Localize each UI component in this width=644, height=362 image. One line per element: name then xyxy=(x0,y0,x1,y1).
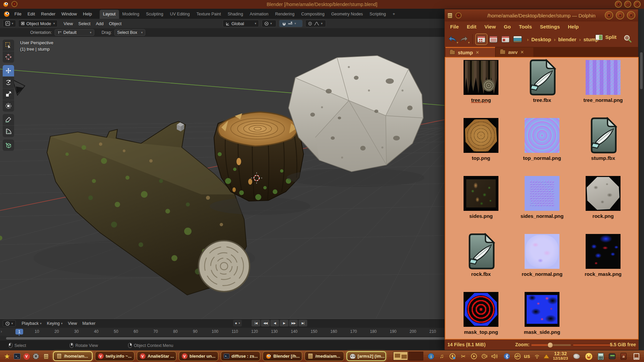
dolphin-menu-edit[interactable]: Edit xyxy=(463,22,480,31)
proportional-editing-controls[interactable]: ▾ xyxy=(305,20,326,27)
editor-type-button[interactable]: ▾ xyxy=(3,20,16,27)
dolphin-titlebar[interactable]: /home/amalie/Desktop/blender/stump — Dol… xyxy=(445,9,638,21)
file-sides-normal-png[interactable]: sides_normal.png xyxy=(512,176,573,233)
vivaldi-launcher-icon[interactable]: V xyxy=(22,352,31,361)
timeline-editor-type-button[interactable]: ▾ xyxy=(3,320,16,327)
workspace-tab-texture-paint[interactable]: Texture Paint xyxy=(193,10,224,19)
next-keyframe-button[interactable]: ▶▶ xyxy=(289,320,298,326)
tray-clipboard-scissors-icon[interactable]: ✂ xyxy=(459,352,468,361)
file-sides-png[interactable]: sides.png xyxy=(450,176,512,233)
file-cabinet-launcher-icon[interactable] xyxy=(42,352,50,361)
workspace-tab-animation[interactable]: Animation xyxy=(247,10,272,19)
file-mask-top-png[interactable]: mask_top.png xyxy=(450,292,512,340)
tray-smiley-icon[interactable] xyxy=(584,352,593,361)
tool-transform[interactable] xyxy=(3,100,14,112)
dolphin-maximize-button[interactable]: + xyxy=(616,11,624,19)
workspace-add-button[interactable]: + xyxy=(389,10,398,19)
file-tree-fbx[interactable]: tree.fbx xyxy=(512,60,573,117)
terminal-launcher-icon[interactable]: >_ xyxy=(13,352,21,361)
menu-edit[interactable]: Edit xyxy=(24,10,38,18)
tray-music-icon[interactable]: ♫ xyxy=(437,352,446,361)
tool-move[interactable] xyxy=(3,65,14,76)
tool-add-cube[interactable] xyxy=(3,139,14,151)
tab-close-icon[interactable]: ✕ xyxy=(520,50,524,55)
task-terminal-diffuse[interactable]: >_ diffuse : zs... xyxy=(221,351,260,361)
tool-measure[interactable] xyxy=(3,126,14,137)
previous-keyframe-button[interactable]: ◀◀ xyxy=(261,320,270,326)
file-top-png[interactable]: top.png xyxy=(450,118,512,175)
drag-dropdown[interactable]: Select Box ▾ xyxy=(114,29,145,36)
task-browser-twily[interactable]: V twily.info ~... xyxy=(95,351,135,361)
workspace-tab-geometry-nodes[interactable]: Geometry Nodes xyxy=(328,10,366,19)
task-dolphin-media[interactable]: /media/am... xyxy=(305,351,344,361)
tray-warning-triangle-icon[interactable] xyxy=(542,352,551,361)
workspace-tab-compositing[interactable]: Compositing xyxy=(298,10,328,19)
tab-close-icon[interactable]: ✕ xyxy=(476,50,479,55)
dolphin-menu-go[interactable]: Go xyxy=(500,22,515,31)
jump-to-end-button[interactable]: ▶| xyxy=(299,320,307,326)
media-wheel-icon[interactable] xyxy=(32,352,40,361)
tray-volume-icon[interactable] xyxy=(490,352,499,361)
workspace-tab-rendering[interactable]: Rendering xyxy=(272,10,298,19)
task-browser-analiestar[interactable]: V AnalieStar ... xyxy=(137,351,176,361)
tray-usb-icon[interactable] xyxy=(513,352,522,361)
viewport-menu-select[interactable]: Select xyxy=(75,20,93,27)
workspace-tab-shading[interactable]: Shading xyxy=(224,10,247,19)
desktop-1-cell[interactable] xyxy=(393,352,408,360)
menu-render[interactable]: Render xyxy=(38,10,58,18)
orientation-dropdown[interactable]: Default ▾ xyxy=(55,29,94,36)
workspace-tab-uv-editing[interactable]: UV Editing xyxy=(167,10,193,19)
dolphin-menu-tools[interactable]: Tools xyxy=(515,22,536,31)
compact-view-button[interactable] xyxy=(487,34,499,45)
timeline-menu-playback[interactable]: Playback▾ xyxy=(19,320,44,327)
file-top-normal-png[interactable]: top_normal.png xyxy=(512,118,573,175)
details-view-button[interactable] xyxy=(499,34,512,45)
tray-night-color-icon[interactable] xyxy=(480,352,489,361)
file-rock-mask-png[interactable]: rock_mask.png xyxy=(573,234,634,291)
jump-to-start-button[interactable]: |◀ xyxy=(252,320,260,326)
search-button[interactable] xyxy=(623,34,632,43)
workspace-tab-sculpting[interactable]: Sculpting xyxy=(143,10,166,19)
tray-amarok-icon[interactable]: a xyxy=(619,352,628,361)
timeline-menu-view[interactable]: View xyxy=(65,320,80,327)
back-button[interactable]: ▾ xyxy=(447,34,458,44)
current-frame-indicator[interactable]: 1 xyxy=(15,329,23,335)
mode-dropdown[interactable]: Object Mode ▾ xyxy=(18,20,58,27)
menu-window[interactable]: Window xyxy=(58,10,80,18)
task-browser-blender-docs[interactable]: V blender un... xyxy=(179,351,218,361)
viewport-menu-object[interactable]: Object xyxy=(106,20,124,27)
preview-toggle-button[interactable] xyxy=(512,34,524,45)
tool-rotate[interactable] xyxy=(3,77,14,88)
file-tree-png[interactable]: tree.png xyxy=(450,60,512,117)
blender-close-button[interactable]: ✕ xyxy=(634,1,641,8)
file-rock-normal-png[interactable]: rock_normal.png xyxy=(512,234,573,291)
tray-updates-icon[interactable] xyxy=(448,352,457,361)
task-gimp-arms2[interactable]: [arms2] (im... xyxy=(346,351,386,361)
app-menu-star-icon[interactable]: ★ xyxy=(3,352,11,361)
workspace-tab-layout[interactable]: Layout xyxy=(100,10,119,19)
task-blender[interactable]: Blender [/h... xyxy=(263,351,302,361)
play-reverse-button[interactable]: ◀ xyxy=(270,320,279,326)
icons-view-button[interactable] xyxy=(475,34,487,45)
blender-minimize-button[interactable]: − xyxy=(624,1,631,8)
timeline-menu-keying[interactable]: Keying▾ xyxy=(44,320,65,327)
dolphin-menu-settings[interactable]: Settings xyxy=(536,22,564,31)
tray-wifi-icon[interactable] xyxy=(533,352,541,361)
breadcrumb-desktop[interactable]: Desktop xyxy=(531,37,551,42)
menu-help[interactable]: Help xyxy=(80,10,95,18)
split-button[interactable]: Split xyxy=(595,34,616,40)
tray-crumpled-paper-icon[interactable] xyxy=(572,352,581,361)
viewport-menu-add[interactable]: Add xyxy=(93,20,106,27)
tool-annotate[interactable] xyxy=(3,114,14,125)
tool-cursor[interactable] xyxy=(3,51,14,63)
tray-info-icon[interactable]: i xyxy=(427,352,435,361)
transform-orientation-dropdown[interactable]: Global ▾ xyxy=(223,20,259,27)
dolphin-menu-file[interactable]: File xyxy=(446,22,463,31)
dolphin-close-button[interactable]: ✕ xyxy=(627,11,635,19)
tray-media-play-icon[interactable] xyxy=(470,352,478,361)
file-stump-fbx[interactable]: stump.fbx xyxy=(573,118,634,175)
task-dolphin-home[interactable]: /home/am... xyxy=(53,351,93,361)
workspace-tab-modeling[interactable]: Modeling xyxy=(119,10,143,19)
tool-scale[interactable] xyxy=(3,88,14,100)
file-tree-normal-png[interactable]: tree_normal.png xyxy=(573,60,634,117)
